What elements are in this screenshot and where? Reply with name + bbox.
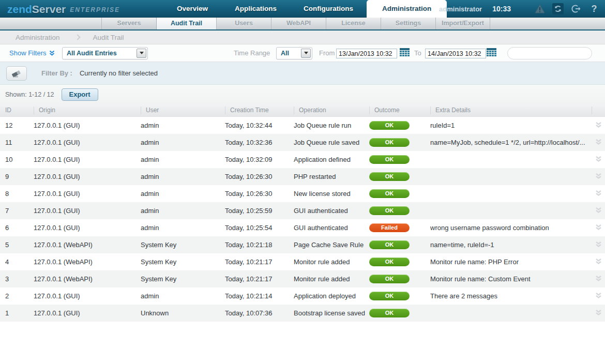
calendar-icon[interactable] — [487, 48, 496, 57]
cell-operation: New license stored — [294, 190, 369, 198]
warning-icon[interactable] — [534, 3, 546, 14]
from-date-input[interactable] — [336, 49, 397, 58]
cell-id: 1 — [5, 309, 34, 317]
row-expand-button[interactable] — [592, 122, 605, 130]
to-label: To — [414, 49, 421, 57]
help-icon[interactable]: ? — [588, 3, 600, 14]
time-range-select[interactable]: All — [276, 47, 312, 59]
expand-row-icon — [595, 224, 602, 231]
column-header-origin[interactable]: Origin — [34, 107, 141, 114]
tab-license[interactable]: License — [326, 18, 381, 29]
cell-creation-time: Today, 10:21:14 — [225, 292, 294, 300]
export-button[interactable]: Export — [62, 88, 98, 101]
column-header-id[interactable]: ID — [5, 107, 34, 114]
outcome-badge: OK — [369, 189, 410, 198]
cell-user: admin — [141, 122, 225, 129]
cell-user: admin — [141, 156, 225, 163]
cell-id: 11 — [5, 139, 34, 146]
cell-id: 8 — [5, 190, 34, 198]
row-expand-button[interactable] — [592, 190, 605, 198]
expand-row-icon — [595, 122, 602, 128]
clear-filter-button[interactable] — [6, 66, 27, 81]
filter-by-label: Filter By : — [41, 69, 72, 77]
column-header-creation-time[interactable]: Creation Time — [225, 107, 294, 114]
cell-origin: 127.0.0.1 (WebAPI) — [34, 258, 141, 266]
cell-operation: GUI authenticated — [294, 207, 369, 215]
nav-item-overview[interactable]: Overview — [163, 0, 221, 18]
tab-audit-trail[interactable]: Audit Trail — [156, 18, 216, 29]
logout-icon[interactable] — [570, 3, 582, 14]
cell-creation-time: Today, 10:21:17 — [225, 275, 294, 283]
row-expand-button[interactable] — [592, 241, 605, 249]
cell-user: Unknown — [141, 309, 225, 317]
row-expand-button[interactable] — [592, 224, 605, 232]
row-expand-button[interactable] — [592, 275, 605, 283]
audit-table-body: 12127.0.0.1 (GUI)adminToday, 10:32:44Job… — [0, 117, 605, 322]
outcome-badge: OK — [369, 257, 410, 266]
search-input[interactable] — [508, 48, 596, 58]
row-expand-button[interactable] — [592, 139, 605, 147]
column-header-user[interactable]: User — [141, 107, 225, 114]
dropdown-arrow-icon — [137, 49, 146, 58]
cell-user: System Key — [141, 275, 225, 283]
cell-id: 12 — [5, 122, 34, 129]
cell-operation: Application deployed — [294, 292, 369, 300]
filter-row: Show Filters All Audit Entries Time Rang… — [0, 44, 605, 62]
zend-server-logo: zendServerENTERPRISE — [7, 3, 120, 16]
row-expand-button[interactable] — [592, 292, 605, 300]
column-header-outcome[interactable]: Outcome — [369, 107, 430, 114]
column-header-operation[interactable]: Operation — [294, 107, 369, 114]
tab-webapi[interactable]: WebAPI — [271, 18, 326, 29]
cell-id: 6 — [5, 224, 34, 232]
main-nav: OverviewApplicationsConfigurationsAdmini… — [163, 0, 447, 18]
cell-operation: PHP restarted — [294, 173, 369, 180]
filter-by-value: Currently no filter selected — [80, 69, 158, 77]
row-expand-button[interactable] — [592, 207, 605, 215]
table-row: 9127.0.0.1 (GUI)adminToday, 10:26:30PHP … — [0, 168, 605, 185]
show-filters-link[interactable]: Show Filters — [9, 49, 55, 57]
cell-outcome: OK — [369, 240, 430, 249]
tab-import-export[interactable]: Import/Export — [435, 18, 490, 29]
row-expand-button[interactable] — [592, 173, 605, 181]
dropdown-arrow-icon — [301, 49, 311, 58]
tab-users[interactable]: Users — [216, 18, 271, 29]
search-box — [507, 47, 592, 59]
tab-settings[interactable]: Settings — [381, 18, 435, 29]
restart-icon[interactable] — [552, 3, 564, 14]
calendar-icon[interactable] — [400, 48, 410, 57]
row-expand-button[interactable] — [592, 156, 605, 164]
help-glyph: ? — [592, 4, 597, 14]
cell-outcome: OK — [369, 172, 430, 181]
tab-servers[interactable]: Servers — [101, 18, 156, 29]
expand-row-icon — [595, 258, 602, 265]
filter-by-bar: Filter By : Currently no filter selected — [0, 62, 605, 85]
cell-creation-time: Today, 10:32:36 — [225, 139, 294, 146]
table-row: 2127.0.0.1 (GUI)adminToday, 10:21:14Appl… — [0, 287, 605, 305]
table-row: 7127.0.0.1 (GUI)adminToday, 10:25:59GUI … — [0, 202, 605, 219]
cell-creation-time: Today, 10:26:30 — [225, 190, 294, 198]
cell-origin: 127.0.0.1 (GUI) — [34, 224, 141, 232]
cell-origin: 127.0.0.1 (GUI) — [34, 309, 141, 317]
nav-item-administration[interactable]: Administration — [367, 0, 447, 18]
cell-user: admin — [141, 173, 225, 180]
cell-outcome: OK — [369, 155, 430, 164]
audit-entries-select[interactable]: All Audit Entries — [62, 47, 148, 59]
table-row: 5127.0.0.1 (WebAPI)System KeyToday, 10:2… — [0, 236, 605, 253]
table-row: 11127.0.0.1 (GUI)adminToday, 10:32:36Job… — [0, 134, 605, 151]
outcome-badge: OK — [369, 240, 410, 249]
row-expand-button[interactable] — [592, 309, 605, 317]
logo-zend: zend — [7, 3, 32, 15]
outcome-badge: OK — [369, 172, 410, 181]
audit-entries-value: All Audit Entries — [63, 50, 137, 57]
breadcrumb-administration[interactable]: Administration — [16, 34, 60, 41]
nav-item-configurations[interactable]: Configurations — [290, 0, 367, 18]
row-expand-button[interactable] — [592, 258, 605, 266]
logo-edition: ENTERPRISE — [70, 6, 120, 13]
cell-id: 7 — [5, 207, 34, 215]
nav-item-applications[interactable]: Applications — [221, 0, 290, 18]
column-header-extra-details[interactable]: Extra Details — [430, 107, 592, 114]
table-row: 8127.0.0.1 (GUI)adminToday, 10:26:30New … — [0, 185, 605, 202]
expand-row-icon — [595, 190, 602, 196]
cell-id: 2 — [5, 292, 34, 300]
to-date-input[interactable] — [425, 49, 486, 58]
